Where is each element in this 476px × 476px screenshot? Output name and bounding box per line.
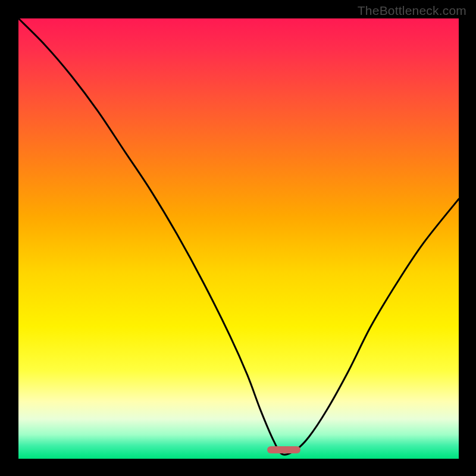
- curve-svg: [18, 18, 459, 459]
- plot-area: [18, 18, 459, 459]
- bottleneck-curve: [18, 18, 459, 455]
- optimal-marker: [267, 446, 300, 453]
- chart-container: TheBottleneck.com: [0, 0, 476, 476]
- watermark-text: TheBottleneck.com: [358, 4, 466, 18]
